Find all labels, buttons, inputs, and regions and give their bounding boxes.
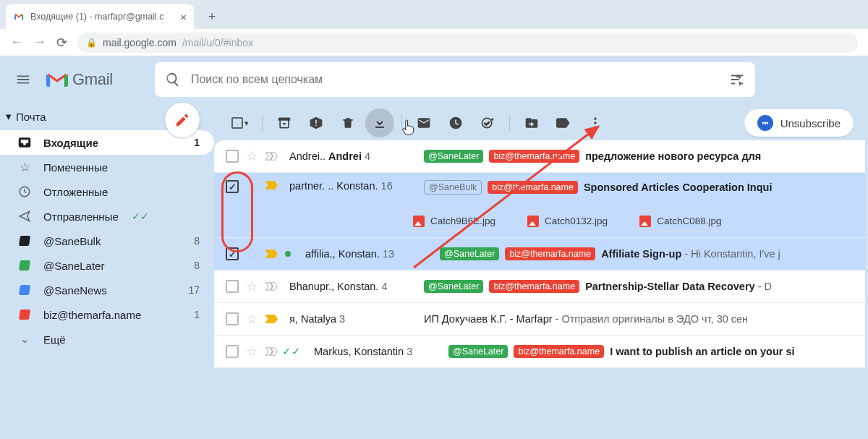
attachment-name: Catch0132.jpg — [545, 216, 608, 226]
attachment-name: Catch9B6E.jpg — [430, 216, 495, 226]
browser-tab-strip: Входящие (1) - marfapr@gmail.c × + — [0, 0, 868, 29]
unsubscribe-button[interactable]: Unsubscribe — [744, 109, 854, 137]
close-tab-icon[interactable]: × — [180, 11, 187, 23]
label-sanelater[interactable]: @SaneLater — [440, 247, 499, 260]
browser-tab[interactable]: Входящие (1) - marfapr@gmail.c × — [6, 4, 194, 29]
main-menu-button[interactable] — [6, 62, 41, 97]
message-row[interactable]: ☆Bhanupr., Konstan. 4@SaneLater biz@them… — [214, 270, 865, 303]
sidebar-more[interactable]: ⌄ Ещё — [0, 327, 214, 351]
message-row[interactable]: ☆я, Natalya 3ИП Докучаев К.Г. - Marfapr … — [214, 303, 865, 336]
delete-button[interactable] — [333, 108, 362, 137]
star-icon[interactable]: ☆ — [246, 311, 258, 327]
select-all-checkbox[interactable]: ▾ — [226, 108, 255, 137]
image-icon — [413, 216, 425, 227]
message-list: ☆Andrei.. Andrei 4@SaneLater biz@themarf… — [214, 140, 865, 368]
attachment-chip[interactable]: Catch9B6E.jpg — [402, 210, 506, 232]
sidebar-item-bizthemarfaname[interactable]: biz@themarfa.name1 — [0, 302, 214, 327]
attachment-chip[interactable]: Catch0132.jpg — [516, 210, 618, 232]
sidebar-item-отправленные[interactable]: Отправленные✓✓ — [0, 204, 214, 229]
new-tab-button[interactable]: + — [201, 6, 223, 27]
row-checkbox[interactable] — [226, 345, 239, 358]
message-subject: Sponsored Articles Cooperation Inqui — [584, 182, 772, 193]
sidebar-item-sanelater[interactable]: @SaneLater8 — [0, 253, 214, 278]
label-biz[interactable]: biz@themarfa.name — [489, 280, 579, 293]
move-to-button[interactable] — [517, 108, 546, 137]
add-task-button[interactable] — [473, 108, 502, 137]
label-sanelater[interactable]: @SaneLater — [448, 345, 508, 358]
message-pane: ▾ Unsubscribe ☆Andre — [214, 103, 868, 439]
back-button[interactable]: ← — [10, 35, 23, 51]
star-icon[interactable]: ☆ — [246, 180, 258, 196]
mark-unread-button[interactable] — [409, 108, 438, 137]
message-sender: Markus, Konstantin 3 — [314, 346, 444, 357]
importance-marker[interactable] — [265, 151, 278, 161]
star-icon: ☆ — [17, 160, 32, 175]
report-spam-button[interactable] — [302, 108, 331, 137]
caret-down-icon: ▾ — [244, 119, 249, 128]
reload-button[interactable]: ⟳ — [56, 35, 67, 51]
star-icon[interactable]: ☆ — [246, 246, 258, 262]
svg-point-7 — [763, 123, 765, 124]
gmail-logo[interactable]: Gmail — [46, 70, 113, 89]
message-row[interactable]: ☆affilia., Konstan. 13@SaneLater biz@the… — [214, 238, 865, 270]
snooze-button[interactable] — [441, 108, 470, 137]
more-button[interactable] — [581, 108, 610, 137]
label-sanelater[interactable]: @SaneLater — [424, 150, 483, 163]
image-icon — [639, 216, 651, 227]
sidebar-item-sanebulk[interactable]: @SaneBulk8 — [0, 229, 214, 253]
sidebar-item-label: biz@themarfa.name — [43, 309, 141, 321]
message-row[interactable]: ☆✓✓Markus, Konstantin 3@SaneLater biz@th… — [214, 336, 865, 368]
message-row[interactable]: ☆partner. .. Konstan. 16@SaneBulk biz@th… — [214, 173, 865, 238]
star-icon[interactable]: ☆ — [246, 148, 258, 164]
message-sender: affilia., Konstan. 13 — [305, 248, 435, 260]
archive-button[interactable] — [270, 108, 299, 137]
label-sanelater[interactable]: @SaneLater — [424, 280, 483, 293]
message-subject: Affiliate Sign-up - Hi Konstantin, I've … — [601, 248, 780, 260]
label-biz[interactable]: biz@themarfa.name — [488, 181, 578, 194]
search-input[interactable] — [191, 73, 719, 86]
search-options-icon[interactable] — [729, 72, 745, 88]
svg-point-3 — [594, 122, 596, 124]
lbl-black-icon — [17, 236, 32, 246]
address-bar[interactable]: 🔒 mail.google.com/mail/u/0/#inbox — [77, 33, 858, 53]
star-icon[interactable]: ☆ — [246, 344, 258, 359]
sidebar-item-sanenews[interactable]: @SaneNews17 — [0, 278, 214, 302]
compose-button[interactable] — [165, 103, 200, 137]
label-biz[interactable]: biz@themarfa.name — [505, 247, 595, 260]
search-bar[interactable] — [155, 62, 755, 97]
labels-button[interactable] — [549, 108, 578, 137]
url-path: /mail/u/0/#inbox — [182, 37, 253, 48]
message-sender: Bhanupr., Konstan. 4 — [289, 281, 420, 292]
sidebar-item-отложенные[interactable]: Отложенные — [0, 179, 214, 204]
label-biz[interactable]: biz@themarfa.name — [489, 150, 579, 163]
star-icon[interactable]: ☆ — [246, 278, 258, 294]
importance-marker[interactable] — [265, 180, 278, 190]
sidebar-item-помеченные[interactable]: ☆Помеченные — [0, 155, 214, 179]
importance-marker[interactable] — [265, 346, 278, 357]
mail-section-label: Почта — [16, 111, 46, 123]
double-check-icon: ✓✓ — [282, 345, 301, 358]
row-checkbox[interactable] — [226, 312, 239, 325]
message-row[interactable]: ☆Andrei.. Andrei 4@SaneLater biz@themarf… — [214, 140, 865, 173]
attachment-chip[interactable]: CatchC088.jpg — [629, 210, 732, 232]
row-checkbox[interactable] — [226, 180, 239, 193]
importance-marker[interactable] — [265, 314, 278, 324]
message-subject: предложение нового ресурса для — [585, 150, 761, 162]
action-toolbar: ▾ Unsubscribe — [214, 106, 865, 140]
lbl-green-icon — [17, 260, 32, 270]
attachment-list: Catch9B6E.jpgCatch0132.jpgCatchC088.jpg — [226, 210, 858, 232]
row-checkbox[interactable] — [226, 150, 239, 163]
gmail-header: Gmail — [0, 56, 868, 103]
forward-button[interactable]: → — [33, 35, 46, 51]
clock-icon — [17, 185, 32, 198]
importance-marker[interactable] — [265, 281, 278, 291]
row-checkbox[interactable] — [226, 247, 239, 260]
ninja-icon — [757, 115, 773, 131]
row-checkbox[interactable] — [226, 280, 239, 293]
caret-down-icon: ▾ — [6, 110, 12, 123]
inbox-icon — [17, 136, 32, 149]
download-button[interactable] — [365, 108, 394, 137]
label-sanebulk[interactable]: @SaneBulk — [424, 180, 482, 195]
label-biz[interactable]: biz@themarfa.name — [514, 345, 604, 358]
importance-marker[interactable] — [265, 249, 278, 259]
